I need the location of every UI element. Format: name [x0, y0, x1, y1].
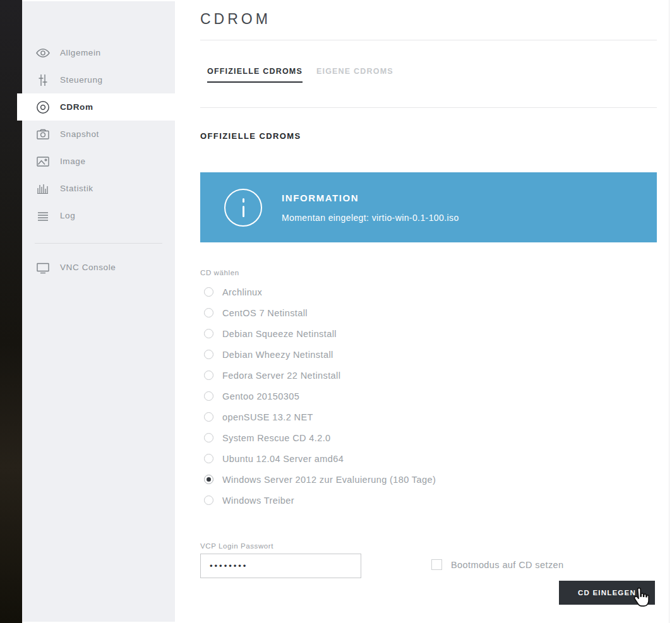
radio-label: Gentoo 20150305 — [222, 391, 299, 401]
radio-label: Archlinux — [222, 287, 262, 297]
radio-button[interactable] — [204, 350, 213, 359]
image-icon — [35, 154, 51, 169]
cd-insert-button[interactable]: CD EINLEGEN — [559, 581, 655, 605]
sidebar-footer: VNC Console — [22, 254, 175, 281]
cd-option-gentoo-20150305[interactable]: Gentoo 20150305 — [200, 386, 516, 406]
bootmode-checkbox[interactable] — [431, 559, 442, 570]
disc-icon — [35, 100, 51, 115]
sidebar-item-label: Snapshot — [60, 129, 99, 139]
radio-button[interactable] — [204, 475, 213, 484]
cd-option-ubuntu-12-04-server-amd64[interactable]: Ubuntu 12.04 Server amd64 — [200, 448, 516, 469]
info-icon — [224, 189, 262, 227]
radio-label: System Rescue CD 4.2.0 — [222, 433, 331, 443]
vcp-app-window: AllgemeinSteuerungCDRomSnapshotImageStat… — [0, 0, 672, 623]
camera-icon — [35, 127, 51, 142]
sidebar-divider — [35, 243, 162, 244]
radio-label: Fedora Server 22 Netinstall — [222, 371, 340, 381]
sidebar-item-label: Image — [60, 157, 86, 166]
sidebar-item-image[interactable]: Image — [22, 148, 175, 175]
sidebar-item-statistik[interactable]: Statistik — [22, 175, 175, 202]
tab-eigene-cdroms[interactable]: EIGENE CDROMS — [316, 67, 393, 83]
sidebar-item-label: Steuerung — [60, 75, 103, 85]
cd-option-debian-wheezy-netinstall[interactable]: Debian Wheezy Netinstall — [200, 344, 516, 365]
sidebar-item-allgemein[interactable]: Allgemein — [22, 39, 175, 66]
radio-button[interactable] — [204, 371, 213, 380]
bootmode-checkbox-row[interactable]: Bootmodus auf CD setzen — [431, 559, 563, 570]
sidebar-item-label: Statistik — [60, 184, 93, 193]
sidebar-item-label: Allgemein — [60, 48, 101, 57]
monitor-icon — [35, 260, 51, 275]
radio-button[interactable] — [204, 287, 213, 297]
radio-label: Debian Wheezy Netinstall — [222, 350, 333, 360]
sidebar-menu: AllgemeinSteuerungCDRomSnapshotImageStat… — [22, 39, 175, 229]
radio-button[interactable] — [204, 329, 213, 338]
bar-chart-icon — [35, 181, 51, 196]
radio-label: Ubuntu 12.04 Server amd64 — [222, 454, 344, 464]
radio-label: Windows Treiber — [222, 495, 294, 506]
sidebar-item-steuerung[interactable]: Steuerung — [22, 66, 175, 93]
sliders-icon — [35, 73, 51, 88]
cd-option-debian-squeeze-netinstall[interactable]: Debian Squeeze Netinstall — [200, 323, 516, 344]
sidebar-item-snapshot[interactable]: Snapshot — [22, 121, 175, 148]
cd-option-list: ArchlinuxCentOS 7 NetinstallDebian Squee… — [200, 282, 516, 511]
content-area: CDROM OFFIZIELLE CDROMSEIGENE CDROMS OFF… — [175, 0, 672, 623]
cd-option-archlinux[interactable]: Archlinux — [200, 282, 516, 302]
sidebar-item-cdrom[interactable]: CDRom — [17, 93, 175, 121]
eye-icon — [35, 45, 51, 61]
sidebar-item-label: Log — [60, 211, 75, 220]
information-banner: INFORMATION Momentan eingelegt: virtio-w… — [200, 172, 657, 242]
panel-right-edge — [669, 0, 669, 623]
cd-option-system-rescue-cd-4-2-0[interactable]: System Rescue CD 4.2.0 — [200, 427, 516, 448]
sidebar-item-label: CDRom — [60, 102, 93, 112]
sidebar-item-log[interactable]: Log — [22, 202, 175, 229]
banner-text: INFORMATION Momentan eingelegt: virtio-w… — [282, 193, 459, 223]
radio-button[interactable] — [204, 412, 213, 422]
radio-button[interactable] — [204, 391, 213, 401]
banner-title: INFORMATION — [282, 193, 459, 203]
tabs-divider — [200, 107, 657, 108]
cd-option-windows-server-2012-zur-evaluierung-180-tage-[interactable]: Windows Server 2012 zur Evaluierung (180… — [200, 469, 516, 490]
cd-option-fedora-server-22-netinstall[interactable]: Fedora Server 22 Netinstall — [200, 365, 516, 386]
cd-select-label: CD wählen — [200, 269, 239, 276]
section-heading: OFFIZIELLE CDROMS — [200, 131, 301, 141]
password-label: VCP Login Passwort — [200, 542, 273, 550]
radio-button[interactable] — [204, 495, 213, 505]
radio-button[interactable] — [204, 433, 213, 442]
sidebar: AllgemeinSteuerungCDRomSnapshotImageStat… — [22, 1, 175, 622]
banner-message: Momentan eingelegt: virtio-win-0.1-100.i… — [282, 213, 459, 223]
radio-label: openSUSE 13.2 NET — [222, 412, 313, 422]
cd-option-opensuse-13-2-net[interactable]: openSUSE 13.2 NET — [200, 406, 516, 427]
sidebar-item-vnc-console[interactable]: VNC Console — [22, 254, 175, 281]
tab-bar: OFFIZIELLE CDROMSEIGENE CDROMS — [207, 67, 393, 83]
cd-option-centos-7-netinstall[interactable]: CentOS 7 Netinstall — [200, 302, 516, 323]
password-input[interactable] — [200, 554, 361, 578]
radio-button[interactable] — [204, 308, 213, 317]
list-lines-icon — [35, 208, 51, 223]
page-title: CDROM — [200, 11, 271, 28]
bootmode-checkbox-label: Bootmodus auf CD setzen — [451, 560, 563, 570]
radio-button[interactable] — [204, 454, 213, 463]
title-divider — [200, 40, 657, 40]
tab-offizielle-cdroms[interactable]: OFFIZIELLE CDROMS — [207, 67, 303, 83]
sidebar-item-label: VNC Console — [60, 263, 116, 272]
radio-label: Debian Squeeze Netinstall — [222, 329, 337, 339]
radio-label: Windows Server 2012 zur Evaluierung (180… — [222, 475, 436, 485]
cd-option-windows-treiber[interactable]: Windows Treiber — [200, 490, 516, 511]
radio-label: CentOS 7 Netinstall — [222, 308, 308, 318]
